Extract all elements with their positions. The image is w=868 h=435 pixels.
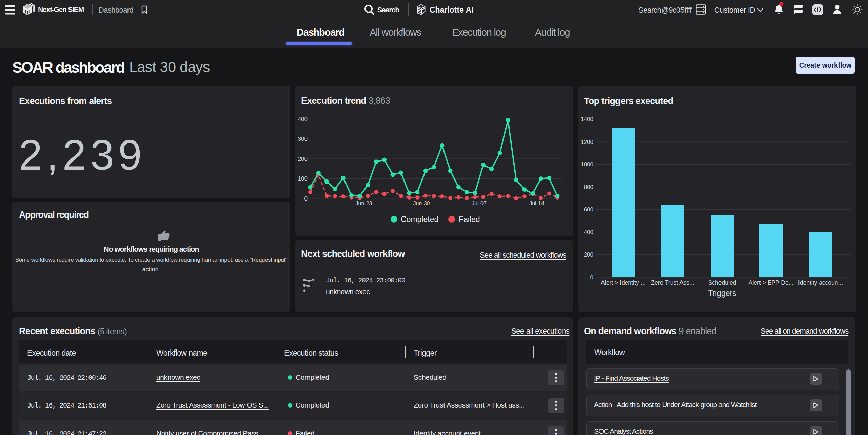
- svg-text:Scheduled: Scheduled: [708, 279, 736, 286]
- svg-text:Alert > EPP De...: Alert > EPP De...: [749, 279, 793, 286]
- svg-text:1400: 1400: [580, 116, 593, 122]
- svg-text:300: 300: [298, 136, 308, 142]
- svg-text:200: 200: [584, 251, 593, 258]
- svg-text:Jul-14: Jul-14: [529, 201, 544, 206]
- svg-text:Completed: Completed: [401, 215, 438, 224]
- svg-text:100: 100: [298, 175, 308, 182]
- svg-text:800: 800: [584, 184, 593, 190]
- svg-text:1200: 1200: [580, 139, 593, 145]
- svg-text:400: 400: [584, 229, 593, 235]
- svg-text:Jul-07: Jul-07: [472, 201, 487, 206]
- svg-text:0: 0: [304, 195, 308, 202]
- svg-text:Triggers: Triggers: [708, 289, 736, 298]
- svg-text:200: 200: [298, 156, 308, 162]
- svg-text:Jun-23: Jun-23: [356, 201, 372, 206]
- svg-text:Failed: Failed: [459, 215, 480, 224]
- svg-text:Alert > Identity ...: Alert > Identity ...: [601, 279, 646, 286]
- svg-text:0: 0: [590, 274, 593, 281]
- svg-text:Identity accoun...: Identity accoun...: [798, 279, 843, 286]
- svg-text:1000: 1000: [580, 161, 593, 168]
- svg-text:Jun-30: Jun-30: [413, 201, 430, 206]
- svg-text:Zero Trust Ass...: Zero Trust Ass...: [651, 279, 694, 286]
- svg-text:600: 600: [584, 206, 593, 213]
- svg-text:400: 400: [298, 116, 308, 122]
